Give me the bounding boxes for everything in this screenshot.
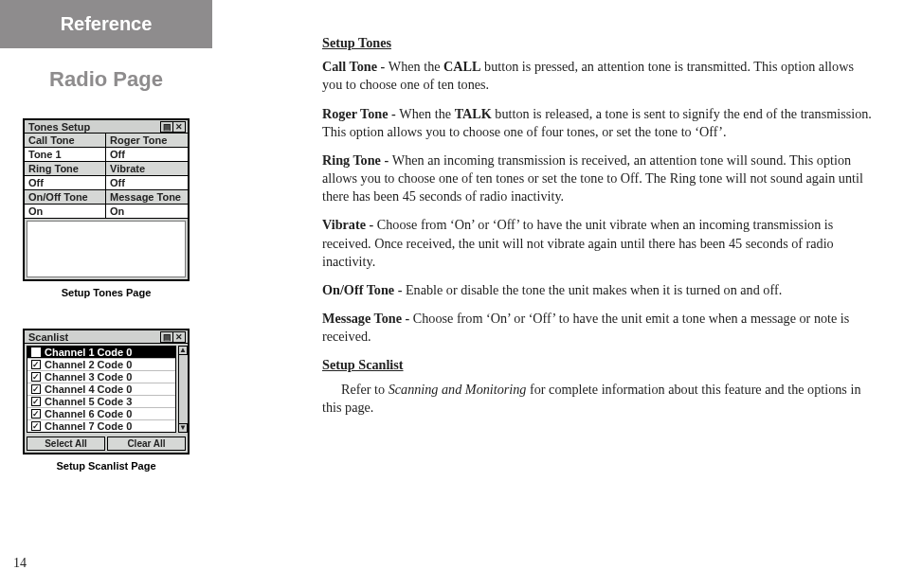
tones-grid: Call Tone Roger Tone Tone 1 Off Ring Ton… bbox=[25, 134, 188, 219]
page-number: 14 bbox=[13, 556, 27, 571]
scanlist-body: ✓Channel 1 Code 0 ✓Channel 2 Code 0 ✓Cha… bbox=[27, 346, 176, 433]
lead: On/Off Tone - bbox=[322, 282, 406, 297]
page-title: Radio Page bbox=[0, 67, 212, 92]
label-message-tone: Message Tone bbox=[106, 190, 188, 205]
text: When the bbox=[389, 59, 443, 74]
device-blank-area bbox=[27, 221, 186, 277]
para-vibrate: Vibrate - Choose from ‘On’ or ‘Off’ to h… bbox=[322, 216, 876, 271]
value-roger-tone[interactable]: Off bbox=[106, 148, 188, 162]
menu-icon[interactable]: ▤ bbox=[160, 121, 173, 133]
text: Choose from ‘On’ or ‘Off’ to have the un… bbox=[322, 217, 834, 268]
item-label: Channel 3 Code 0 bbox=[45, 371, 132, 383]
checkbox-icon[interactable]: ✓ bbox=[31, 372, 41, 382]
bold-text: CALL bbox=[443, 59, 480, 74]
checkbox-icon[interactable]: ✓ bbox=[31, 397, 41, 406]
lead: Message Tone - bbox=[322, 311, 413, 326]
list-item[interactable]: ✓Channel 5 Code 3 bbox=[27, 396, 175, 408]
lead: Ring Tone - bbox=[322, 152, 392, 168]
scroll-down-icon[interactable]: ▼ bbox=[178, 423, 188, 433]
para-ring-tone: Ring Tone - When an incoming transmissio… bbox=[322, 151, 876, 206]
checkbox-icon[interactable]: ✓ bbox=[31, 347, 41, 357]
menu-icon[interactable]: ▤ bbox=[160, 331, 173, 343]
titlebar-icons: ▤ ✕ bbox=[161, 331, 186, 343]
para-message-tone: Message Tone - Choose from ‘On’ or ‘Off’… bbox=[322, 310, 876, 346]
item-label: Channel 6 Code 0 bbox=[45, 408, 132, 419]
item-label: Channel 7 Code 0 bbox=[45, 420, 132, 432]
select-all-button[interactable]: Select All bbox=[27, 437, 105, 451]
para-onoff-tone: On/Off Tone - Enable or disable the tone… bbox=[322, 281, 876, 299]
clear-all-button[interactable]: Clear All bbox=[107, 437, 186, 451]
figure-caption: Setup Tones Page bbox=[62, 287, 152, 298]
close-icon[interactable]: ✕ bbox=[172, 121, 186, 133]
device-title: Tones Setup bbox=[28, 121, 90, 133]
list-item[interactable]: ✓Channel 1 Code 0 bbox=[27, 347, 175, 359]
lead: Call Tone - bbox=[322, 59, 389, 74]
scanlist-wrap: ✓Channel 1 Code 0 ✓Channel 2 Code 0 ✓Cha… bbox=[25, 346, 188, 433]
label-onoff-tone: On/Off Tone bbox=[25, 190, 106, 205]
para-roger-tone: Roger Tone - When the TALK button is rel… bbox=[322, 105, 876, 141]
label-vibrate: Vibrate bbox=[106, 162, 188, 176]
list-item[interactable]: ✓Channel 6 Code 0 bbox=[27, 408, 175, 420]
figure-caption: Setup Scanlist Page bbox=[56, 460, 155, 472]
list-item[interactable]: ✓Channel 3 Code 0 bbox=[27, 371, 175, 383]
para-scanlist: Refer to Scanning and Monitoring for com… bbox=[322, 381, 876, 417]
device-title: Scanlist bbox=[28, 331, 68, 343]
scanlist-buttons: Select All Clear All bbox=[25, 435, 188, 453]
text: Enable or disable the tone the unit make… bbox=[406, 282, 782, 297]
value-ring-tone[interactable]: Off bbox=[25, 176, 106, 190]
text: Refer to bbox=[341, 382, 389, 397]
figure-scanlist: Scanlist ▤ ✕ ✓Channel 1 Code 0 ✓Channel … bbox=[0, 329, 212, 472]
list-item[interactable]: ✓Channel 4 Code 0 bbox=[27, 383, 175, 396]
device-tones: Tones Setup ▤ ✕ Call Tone Roger Tone Ton… bbox=[23, 118, 190, 281]
section-heading: Setup Tones bbox=[322, 34, 876, 52]
list-item[interactable]: ✓Channel 2 Code 0 bbox=[27, 359, 175, 371]
label-ring-tone: Ring Tone bbox=[25, 162, 106, 176]
bold-text: TALK bbox=[455, 106, 492, 121]
text: When the bbox=[399, 106, 454, 121]
device-scanlist: Scanlist ▤ ✕ ✓Channel 1 Code 0 ✓Channel … bbox=[23, 329, 190, 454]
value-message-tone[interactable]: On bbox=[106, 205, 188, 219]
list-item[interactable]: ✓Channel 7 Code 0 bbox=[27, 420, 175, 432]
checkbox-icon[interactable]: ✓ bbox=[31, 409, 41, 419]
reference-banner: Reference bbox=[0, 0, 212, 48]
close-icon[interactable]: ✕ bbox=[172, 331, 186, 343]
lead: Roger Tone - bbox=[322, 106, 399, 121]
value-call-tone[interactable]: Tone 1 bbox=[25, 148, 106, 162]
left-column: Reference Radio Page Tones Setup ▤ ✕ Cal… bbox=[0, 0, 294, 588]
para-call-tone: Call Tone - When the CALL button is pres… bbox=[322, 58, 876, 94]
lead: Vibrate - bbox=[322, 217, 377, 232]
value-vibrate[interactable]: Off bbox=[106, 176, 188, 190]
device-titlebar: Scanlist ▤ ✕ bbox=[25, 330, 188, 344]
label-call-tone: Call Tone bbox=[25, 134, 106, 148]
figure-tones: Tones Setup ▤ ✕ Call Tone Roger Tone Ton… bbox=[0, 118, 212, 298]
titlebar-icons: ▤ ✕ bbox=[161, 121, 186, 133]
item-label: Channel 2 Code 0 bbox=[45, 359, 132, 370]
checkbox-icon[interactable]: ✓ bbox=[31, 360, 41, 369]
right-column: Setup Tones Call Tone - When the CALL bu… bbox=[294, 0, 904, 588]
checkbox-icon[interactable]: ✓ bbox=[31, 384, 41, 394]
text: When an incoming transmission is receive… bbox=[322, 152, 863, 204]
scrollbar[interactable] bbox=[178, 346, 188, 433]
section-heading: Setup Scanlist bbox=[322, 356, 876, 374]
label-roger-tone: Roger Tone bbox=[106, 134, 188, 148]
item-label: Channel 1 Code 0 bbox=[45, 347, 132, 358]
scroll-up-icon[interactable]: ▲ bbox=[178, 346, 188, 355]
page-root: Reference Radio Page Tones Setup ▤ ✕ Cal… bbox=[0, 0, 904, 588]
italic-text: Scanning and Monitoring bbox=[389, 382, 527, 397]
device-titlebar: Tones Setup ▤ ✕ bbox=[25, 120, 188, 134]
value-onoff-tone[interactable]: On bbox=[25, 205, 106, 219]
item-label: Channel 5 Code 3 bbox=[45, 396, 132, 407]
checkbox-icon[interactable]: ✓ bbox=[31, 421, 41, 431]
item-label: Channel 4 Code 0 bbox=[45, 383, 132, 395]
